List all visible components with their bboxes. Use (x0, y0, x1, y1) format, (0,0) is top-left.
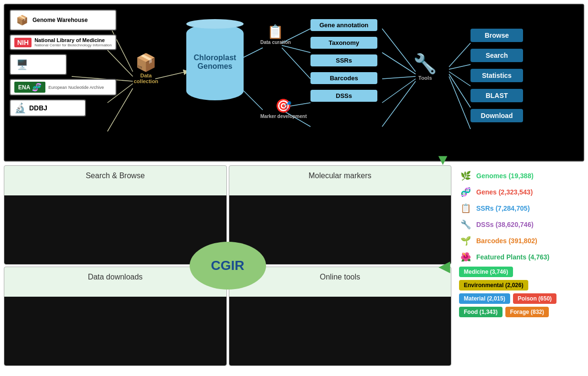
svg-line-7 (244, 91, 263, 110)
molecular-markers-content (229, 195, 451, 264)
genome-warehouse-icon: 📦 (14, 12, 30, 28)
search-browse-title: Search & Browse (10, 172, 221, 180)
svg-line-13 (382, 29, 416, 72)
svg-line-16 (382, 79, 416, 103)
svg-line-21 (449, 74, 470, 107)
online-tools-title: Online tools (235, 273, 446, 281)
stat-genomes: 🌿 Genomes (19,388) (459, 169, 580, 183)
genome-warehouse-label: Genome Warehouse (32, 17, 88, 23)
barcodes-icon: 🌱 (459, 234, 472, 247)
nih-source: NIH National Library of Medicine Nationa… (10, 34, 117, 50)
feature-ssrs: SSRs (310, 54, 377, 66)
search-browse-content (4, 195, 226, 264)
online-tools-content (229, 297, 451, 365)
cylinder-body: Chloroplast Genomes (186, 24, 244, 100)
featured-icon: 🌺 (459, 250, 472, 264)
tag-material: Material (2,015) (459, 293, 510, 304)
feature-boxes: Gene annotation Taxonomy SSRs Barcodes D… (310, 19, 377, 102)
barcodes-label: Barcodes (391,802) (476, 237, 537, 245)
molecular-markers-quadrant: Molecular markers (229, 165, 452, 265)
ssrs-label: SSRs (7,284,705) (476, 204, 530, 212)
online-tools-quadrant: Online tools (229, 267, 452, 366)
svg-line-6 (244, 48, 263, 57)
action-buttons: Browse Search Statistics BLAST Download (470, 29, 523, 122)
tools-area: 🔧 Tools (413, 53, 437, 81)
genome-warehouse-source: 📦 Genome Warehouse (10, 10, 117, 31)
dsss-label: DSSs (38,620,746) (476, 221, 534, 228)
svg-line-17 (382, 81, 416, 127)
server-source: 🖥️ (10, 54, 67, 75)
ddbj-label: DDBJ (29, 104, 47, 112)
statistics-button[interactable]: Statistics (470, 69, 523, 82)
tag-food: Food (1,343) (459, 307, 502, 317)
chloroplast-cylinder: Chloroplast Genomes (186, 24, 244, 100)
data-downloads-content (4, 297, 226, 365)
ssrs-icon: 📋 (459, 202, 472, 215)
stat-barcodes: 🌱 Barcodes (391,802) (459, 234, 580, 247)
svg-line-14 (382, 53, 416, 74)
ena-sublabel: European Nucleotide Archive (48, 85, 104, 90)
cgir-oval: CGIR (190, 242, 266, 290)
tag-medicine: Medicine (3,746) (459, 267, 513, 277)
data-sources: 📦 Genome Warehouse NIH National Library … (10, 10, 117, 117)
stat-ssrs: 📋 SSRs (7,284,705) (459, 202, 580, 215)
stat-featured: 🌺 Featured Plants (4,763) (459, 250, 580, 264)
svg-line-5 (155, 72, 186, 79)
marker-icon: 🎯 (260, 98, 307, 114)
svg-line-20 (449, 72, 470, 86)
feature-dsss: DSSs (310, 90, 377, 102)
data-curation: 📋 Data curation (260, 24, 291, 45)
nih-label: National Library of Medicine (34, 37, 112, 43)
nih-sublabel: National Center for Biotechnology Inform… (34, 43, 112, 47)
genes-label: Genes (2,323,543) (476, 188, 533, 196)
dsss-icon: 🔧 (459, 218, 472, 231)
feature-gene-annotation: Gene annotation (310, 19, 377, 31)
download-button[interactable]: Download (470, 109, 523, 122)
curation-icon: 📋 (260, 24, 291, 40)
tag-row-3: Material (2,015) Poison (650) (459, 293, 580, 304)
blast-button[interactable]: BLAST (470, 89, 523, 102)
ena-source: ENA🧬 European Nucleotide Archive (10, 79, 117, 96)
search-button[interactable]: Search (470, 49, 523, 62)
tag-row-4: Food (1,343) Forage (832) (459, 307, 580, 317)
server-icon: 🖥️ (14, 57, 30, 72)
genes-icon: 🧬 (459, 185, 472, 199)
svg-line-15 (382, 76, 416, 79)
stat-genes: 🧬 Genes (2,323,543) (459, 185, 580, 199)
svg-line-22 (449, 76, 470, 129)
tag-forage: Forage (832) (505, 307, 549, 317)
feature-taxonomy: Taxonomy (310, 37, 377, 49)
search-browse-quadrant: Search & Browse (4, 165, 227, 265)
svg-line-18 (449, 43, 470, 67)
marker-label: Marker development (260, 114, 307, 119)
browse-button[interactable]: Browse (470, 29, 523, 42)
stats-panel: 🌿 Genomes (19,388) 🧬 Genes (2,323,543) 📋… (455, 165, 584, 366)
svg-line-19 (449, 64, 470, 69)
top-section: 📦 Genome Warehouse NIH National Library … (4, 4, 584, 161)
feature-barcodes: Barcodes (310, 72, 377, 84)
genomes-icon: 🌿 (459, 169, 472, 183)
svg-line-10 (282, 48, 310, 79)
tools-icon: 🔧 (413, 53, 437, 75)
marker-development: 🎯 Marker development (260, 98, 307, 119)
stat-dsss: 🔧 DSSs (38,620,746) (459, 218, 580, 231)
tag-row-1: Medicine (3,746) (459, 267, 580, 277)
svg-line-9 (282, 45, 310, 53)
cylinder-text: Chloroplast Genomes (194, 54, 236, 71)
cgir-text: CGIR (211, 258, 245, 273)
down-arrow: ▼ (435, 151, 450, 169)
data-collection-label: Datacollection (134, 73, 158, 84)
left-arrow: ◀ (438, 257, 450, 275)
data-collection: 📦 Datacollection (134, 53, 158, 84)
tag-poison: Poison (650) (513, 293, 556, 304)
tools-label: Tools (413, 75, 437, 81)
tag-environmental: Environmental (2,026) (459, 280, 528, 290)
ddbj-source: 🔬 DDBJ (10, 99, 86, 117)
genomes-label: Genomes (19,388) (476, 172, 534, 180)
data-collection-icon: 📦 (134, 53, 158, 73)
featured-label: Featured Plants (4,763) (476, 253, 549, 261)
data-downloads-quadrant: Data downloads (4, 267, 227, 366)
curation-label: Data curation (260, 40, 291, 45)
quadrant-grid: Search & Browse Molecular markers Data d… (4, 165, 451, 366)
molecular-markers-title: Molecular markers (235, 172, 446, 180)
